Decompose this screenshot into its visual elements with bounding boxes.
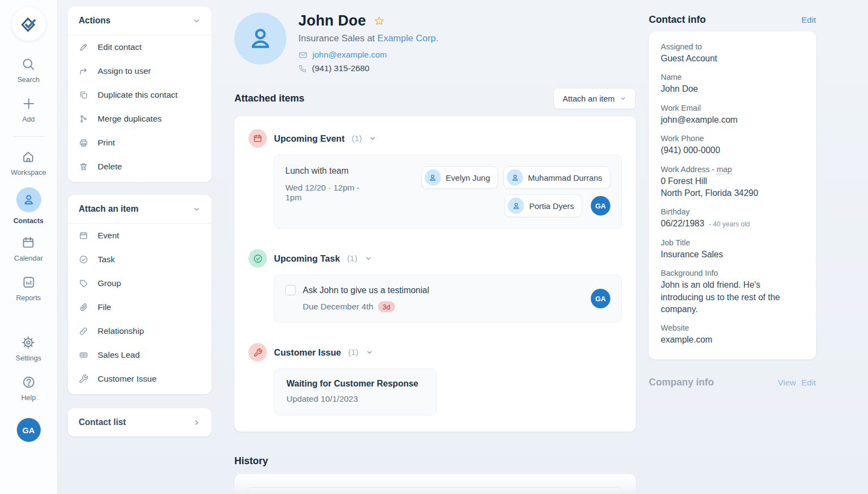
sidebar-item-workspace[interactable]: Workspace [11,150,46,176]
attendee-pill[interactable]: Portia Dyers [505,194,582,217]
contact-phone-value: (941) 315-2680 [312,64,369,73]
contact-role: Insurance Sales at [298,33,375,43]
menu-item-merge-duplicates[interactable]: Merge duplicates [68,107,212,131]
app-logo[interactable] [12,7,46,41]
person-icon [246,24,275,53]
rail-divider [13,136,44,137]
event-title: Lunch with team [285,166,366,176]
mail-icon [298,50,308,60]
menu-item-label: Assign to user [98,66,151,76]
contact-list-header[interactable]: Contact list [68,408,212,436]
home-icon [21,150,35,164]
task-details: Ask John to give us a testimonial Due De… [285,285,429,312]
menu-item-group[interactable]: Group [68,271,212,295]
task-title: Ask John to give us a testimonial [303,286,429,295]
customer-issue-header[interactable]: Customer Issue (1) [248,343,622,362]
sidebar-item-contacts[interactable]: Contacts [14,187,44,225]
contact-list-panel: Contact list [68,408,212,436]
attendee-pill[interactable]: Muhammad Durrans [503,166,610,189]
field-value: Guest Account [661,53,804,65]
menu-item-edit-contact[interactable]: Edit contact [68,35,212,59]
field-value: Insurance Sales [661,249,804,261]
group-label: Customer Issue [274,347,341,358]
menu-item-task[interactable]: Task [68,248,212,271]
sidebar-item-add[interactable]: Add [22,97,36,123]
note-input[interactable] [247,487,623,494]
attach-panel-header[interactable]: Attach an item [68,195,212,224]
attendee-avatar [425,169,441,186]
menu-item-sales-lead[interactable]: Sales Lead [68,343,212,367]
sidebar-item-label: Search [17,75,40,84]
logo-check-icon [19,14,39,34]
group-label: Upcoming Event [274,134,344,144]
contact-info-title: Contact info [649,14,706,26]
trash-icon [79,162,88,172]
menu-item-event[interactable]: Event [68,224,212,248]
contact-email-link[interactable]: john@example.com [312,50,387,60]
attendee-avatar [507,169,523,186]
company-link[interactable]: Example Corp. [378,33,438,43]
actions-panel-header[interactable]: Actions [68,7,212,35]
attendee-pill[interactable]: Evelyn Jung [422,166,499,189]
menu-item-label: Delete [98,162,122,172]
menu-item-label: Group [98,278,121,288]
sidebar-item-reports[interactable]: Reports [16,275,41,302]
contact-avatar [234,12,286,65]
attach-button-label: Attach an item [563,94,615,103]
link-icon [79,326,88,336]
upcoming-event-header[interactable]: Upcoming Event (1) [248,129,622,148]
event-icon-bubble [248,129,267,148]
upcoming-event-group: Upcoming Event (1) Lunch with team Wed 1… [248,129,622,229]
menu-item-file[interactable]: File [68,295,212,319]
event-time: Wed 12/20 · 12pm - 1pm [285,183,366,202]
sidebar-item-settings[interactable]: Settings [16,335,41,362]
attendee-name: Muhammad Durrans [528,173,602,182]
bar-chart-icon [22,275,36,289]
sidebar-item-help[interactable]: Help [21,375,36,402]
event-card[interactable]: Lunch with team Wed 12/20 · 12pm - 1pm E… [274,155,622,229]
wrench-icon [79,374,88,384]
gear-icon [21,335,35,350]
contact-info-edit-link[interactable]: Edit [801,15,816,25]
chevron-down-icon [193,205,201,213]
task-icon-bubble [248,249,267,268]
map-link[interactable]: map [717,165,732,174]
menu-item-label: Duplicate this contact [98,90,177,100]
printer-icon [79,138,88,148]
star-icon[interactable] [373,15,385,27]
menu-item-assign-to-user[interactable]: Assign to user [68,59,212,83]
menu-item-duplicate-contact[interactable]: Duplicate this contact [68,83,212,107]
field-birthday: Birthday 06/22/1983 - 40 years old [661,207,804,230]
company-view-link[interactable]: View [778,378,796,388]
contact-header-text: John Doe Insurance Sales at Example Corp… [298,12,438,73]
task-checkbox[interactable] [285,285,296,295]
left-panel-column: Actions Edit contact Assign to user Dupl… [68,0,212,494]
company-edit-link[interactable]: Edit [801,378,816,388]
person-icon [428,173,437,182]
sidebar-item-calendar[interactable]: Calendar [14,236,43,262]
sidebar-item-label: Add [22,115,35,123]
calendar-icon [21,236,35,250]
sidebar-item-search[interactable]: Search [17,57,40,84]
field-value: john@example.com [661,114,804,126]
menu-item-label: Edit contact [98,42,142,52]
contact-phone-row: (941) 315-2680 [298,64,438,73]
user-avatar[interactable]: GA [17,418,41,442]
upcoming-task-header[interactable]: Upcoming Task (1) [248,249,622,268]
issue-card[interactable]: Waiting for Customer Response Updated 10… [274,369,437,415]
birthday-age-note: - 40 years old [709,220,750,228]
contact-list-title: Contact list [79,417,126,427]
attach-an-item-button[interactable]: Attach an item [553,88,636,109]
attendee-name: Evelyn Jung [446,173,490,182]
field-value: example.com [661,334,804,346]
menu-item-print[interactable]: Print [68,131,212,155]
menu-item-customer-issue[interactable]: Customer Issue [68,367,212,391]
menu-item-relationship[interactable]: Relationship [68,319,212,343]
event-owner-avatar[interactable]: GA [591,196,610,216]
chevron-down-icon [365,255,372,262]
group-count: (1) [352,134,362,143]
plus-icon [22,97,36,111]
task-owner-avatar[interactable]: GA [591,289,610,308]
task-card[interactable]: Ask John to give us a testimonial Due De… [274,275,622,322]
menu-item-delete[interactable]: Delete [68,155,212,179]
